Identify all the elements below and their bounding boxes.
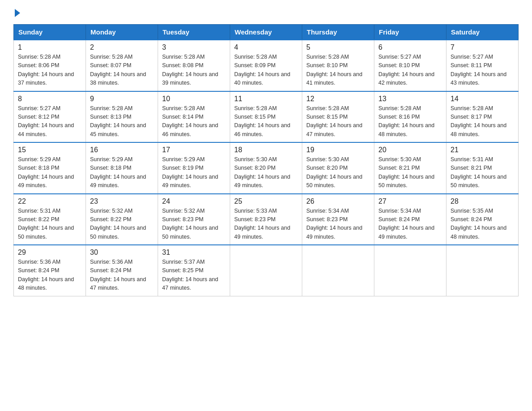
day-info: Sunrise: 5:31 AMSunset: 8:21 PMDaylight:…	[450, 155, 514, 190]
calendar-day-cell: 22 Sunrise: 5:31 AMSunset: 8:22 PMDaylig…	[14, 194, 86, 245]
day-info: Sunrise: 5:30 AMSunset: 8:20 PMDaylight:…	[306, 155, 370, 190]
calendar-day-cell: 13 Sunrise: 5:28 AMSunset: 8:16 PMDaylig…	[374, 91, 446, 143]
day-number: 20	[378, 146, 442, 154]
calendar-day-cell: 25 Sunrise: 5:33 AMSunset: 8:23 PMDaylig…	[230, 194, 302, 245]
day-info: Sunrise: 5:36 AMSunset: 8:24 PMDaylight:…	[18, 258, 82, 293]
weekday-header: Wednesday	[230, 25, 302, 40]
calendar-day-cell: 11 Sunrise: 5:28 AMSunset: 8:15 PMDaylig…	[230, 91, 302, 143]
weekday-header: Tuesday	[158, 25, 230, 40]
day-number: 6	[378, 43, 442, 51]
day-number: 26	[306, 197, 370, 206]
calendar-day-cell: 19 Sunrise: 5:30 AMSunset: 8:20 PMDaylig…	[302, 142, 374, 194]
calendar-day-cell: 8 Sunrise: 5:27 AMSunset: 8:12 PMDayligh…	[14, 91, 86, 143]
weekday-header: Monday	[86, 25, 158, 40]
calendar-day-cell	[230, 245, 302, 296]
day-info: Sunrise: 5:27 AMSunset: 8:12 PMDaylight:…	[18, 104, 82, 139]
day-info: Sunrise: 5:29 AMSunset: 8:19 PMDaylight:…	[162, 155, 226, 190]
calendar-day-cell: 1 Sunrise: 5:28 AMSunset: 8:06 PMDayligh…	[14, 40, 86, 91]
calendar-day-cell: 17 Sunrise: 5:29 AMSunset: 8:19 PMDaylig…	[158, 142, 230, 194]
day-info: Sunrise: 5:34 AMSunset: 8:23 PMDaylight:…	[306, 207, 370, 242]
logo-blue-text	[13, 9, 20, 16]
calendar-week-row: 8 Sunrise: 5:27 AMSunset: 8:12 PMDayligh…	[14, 91, 519, 143]
calendar-day-cell: 6 Sunrise: 5:27 AMSunset: 8:10 PMDayligh…	[374, 40, 446, 91]
day-info: Sunrise: 5:31 AMSunset: 8:22 PMDaylight:…	[18, 207, 82, 242]
day-number: 17	[162, 146, 226, 154]
calendar-day-cell	[302, 245, 374, 296]
day-info: Sunrise: 5:28 AMSunset: 8:13 PMDaylight:…	[90, 104, 154, 139]
day-number: 19	[306, 146, 370, 154]
calendar-day-cell: 28 Sunrise: 5:35 AMSunset: 8:24 PMDaylig…	[446, 194, 519, 245]
day-info: Sunrise: 5:30 AMSunset: 8:21 PMDaylight:…	[378, 155, 442, 190]
day-number: 21	[450, 146, 514, 154]
calendar-day-cell: 31 Sunrise: 5:37 AMSunset: 8:25 PMDaylig…	[158, 245, 230, 296]
day-number: 22	[18, 197, 82, 206]
calendar-day-cell: 5 Sunrise: 5:28 AMSunset: 8:10 PMDayligh…	[302, 40, 374, 91]
calendar-day-cell: 14 Sunrise: 5:28 AMSunset: 8:17 PMDaylig…	[446, 91, 519, 143]
calendar-day-cell: 3 Sunrise: 5:28 AMSunset: 8:08 PMDayligh…	[158, 40, 230, 91]
day-number: 23	[90, 197, 154, 206]
day-info: Sunrise: 5:36 AMSunset: 8:24 PMDaylight:…	[90, 258, 154, 293]
calendar-header: SundayMondayTuesdayWednesdayThursdayFrid…	[14, 25, 519, 40]
day-info: Sunrise: 5:28 AMSunset: 8:08 PMDaylight:…	[162, 53, 226, 88]
day-number: 10	[162, 95, 226, 103]
calendar-day-cell: 10 Sunrise: 5:28 AMSunset: 8:14 PMDaylig…	[158, 91, 230, 143]
day-number: 24	[162, 197, 226, 206]
day-info: Sunrise: 5:28 AMSunset: 8:07 PMDaylight:…	[90, 53, 154, 88]
day-number: 1	[18, 43, 82, 51]
calendar-day-cell: 7 Sunrise: 5:27 AMSunset: 8:11 PMDayligh…	[446, 40, 519, 91]
calendar-day-cell: 23 Sunrise: 5:32 AMSunset: 8:22 PMDaylig…	[86, 194, 158, 245]
day-info: Sunrise: 5:28 AMSunset: 8:16 PMDaylight:…	[378, 104, 442, 139]
page-header	[13, 9, 519, 16]
day-info: Sunrise: 5:28 AMSunset: 8:15 PMDaylight:…	[234, 104, 298, 139]
calendar-day-cell	[374, 245, 446, 296]
day-info: Sunrise: 5:34 AMSunset: 8:24 PMDaylight:…	[378, 207, 442, 242]
day-info: Sunrise: 5:28 AMSunset: 8:15 PMDaylight:…	[306, 104, 370, 139]
day-number: 12	[306, 95, 370, 103]
weekday-header: Thursday	[302, 25, 374, 40]
day-number: 2	[90, 43, 154, 51]
header-row: SundayMondayTuesdayWednesdayThursdayFrid…	[14, 25, 519, 40]
day-info: Sunrise: 5:33 AMSunset: 8:23 PMDaylight:…	[234, 207, 298, 242]
day-number: 4	[234, 43, 298, 51]
day-number: 8	[18, 95, 82, 103]
calendar-day-cell: 2 Sunrise: 5:28 AMSunset: 8:07 PMDayligh…	[86, 40, 158, 91]
calendar-table: SundayMondayTuesdayWednesdayThursdayFrid…	[13, 24, 519, 296]
calendar-week-row: 29 Sunrise: 5:36 AMSunset: 8:24 PMDaylig…	[14, 245, 519, 296]
calendar-day-cell: 27 Sunrise: 5:34 AMSunset: 8:24 PMDaylig…	[374, 194, 446, 245]
calendar-day-cell: 9 Sunrise: 5:28 AMSunset: 8:13 PMDayligh…	[86, 91, 158, 143]
day-number: 28	[450, 197, 514, 206]
day-info: Sunrise: 5:29 AMSunset: 8:18 PMDaylight:…	[90, 155, 154, 190]
day-info: Sunrise: 5:28 AMSunset: 8:17 PMDaylight:…	[450, 104, 514, 139]
calendar-day-cell: 29 Sunrise: 5:36 AMSunset: 8:24 PMDaylig…	[14, 245, 86, 296]
day-number: 15	[18, 146, 82, 154]
calendar-week-row: 15 Sunrise: 5:29 AMSunset: 8:18 PMDaylig…	[14, 142, 519, 194]
day-number: 7	[450, 43, 514, 51]
logo-arrow-icon	[15, 9, 20, 17]
day-number: 5	[306, 43, 370, 51]
day-number: 31	[162, 248, 226, 257]
day-info: Sunrise: 5:28 AMSunset: 8:06 PMDaylight:…	[18, 53, 82, 88]
day-number: 16	[90, 146, 154, 154]
day-number: 3	[162, 43, 226, 51]
calendar-day-cell: 12 Sunrise: 5:28 AMSunset: 8:15 PMDaylig…	[302, 91, 374, 143]
weekday-header: Saturday	[446, 25, 519, 40]
weekday-header: Friday	[374, 25, 446, 40]
calendar-day-cell: 18 Sunrise: 5:30 AMSunset: 8:20 PMDaylig…	[230, 142, 302, 194]
calendar-day-cell: 20 Sunrise: 5:30 AMSunset: 8:21 PMDaylig…	[374, 142, 446, 194]
day-info: Sunrise: 5:28 AMSunset: 8:10 PMDaylight:…	[306, 53, 370, 88]
calendar-body: 1 Sunrise: 5:28 AMSunset: 8:06 PMDayligh…	[14, 40, 519, 296]
day-number: 11	[234, 95, 298, 103]
calendar-day-cell: 4 Sunrise: 5:28 AMSunset: 8:09 PMDayligh…	[230, 40, 302, 91]
day-number: 13	[378, 95, 442, 103]
day-info: Sunrise: 5:32 AMSunset: 8:22 PMDaylight:…	[90, 207, 154, 242]
calendar-day-cell: 30 Sunrise: 5:36 AMSunset: 8:24 PMDaylig…	[86, 245, 158, 296]
day-info: Sunrise: 5:28 AMSunset: 8:09 PMDaylight:…	[234, 53, 298, 88]
logo	[13, 9, 20, 16]
day-number: 14	[450, 95, 514, 103]
day-number: 30	[90, 248, 154, 257]
calendar-week-row: 22 Sunrise: 5:31 AMSunset: 8:22 PMDaylig…	[14, 194, 519, 245]
weekday-header: Sunday	[14, 25, 86, 40]
calendar-day-cell: 21 Sunrise: 5:31 AMSunset: 8:21 PMDaylig…	[446, 142, 519, 194]
day-info: Sunrise: 5:28 AMSunset: 8:14 PMDaylight:…	[162, 104, 226, 139]
day-number: 18	[234, 146, 298, 154]
